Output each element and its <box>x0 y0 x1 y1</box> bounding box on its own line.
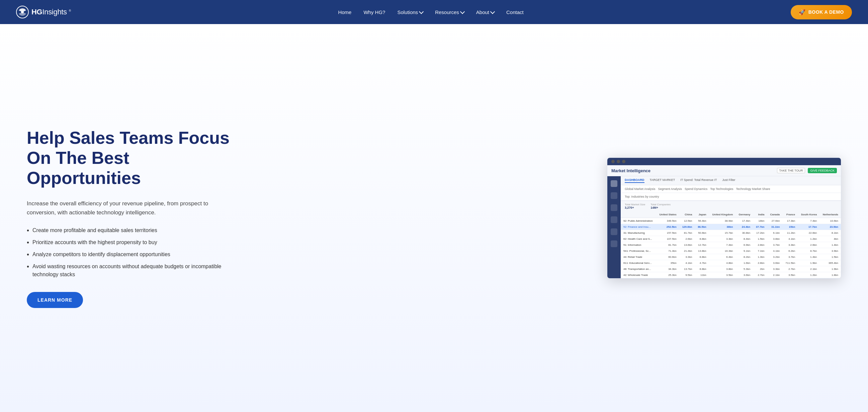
cell-value: 107.5bn <box>656 236 679 242</box>
cell-value: 17.4bn <box>736 218 753 224</box>
cell-value: 30.8bn <box>736 230 753 236</box>
cell-value: 3.6bn <box>736 272 753 278</box>
col-netherlands: Netherlands <box>819 211 841 218</box>
filter-label-5: Technology Market Share <box>736 187 770 191</box>
sidebar-item-dashboard[interactable] <box>611 180 617 187</box>
bullet-2: Prioritize accounts with the highest pro… <box>27 239 234 247</box>
sidebar-item-info[interactable] <box>611 241 617 247</box>
cell-value: 2.7bn <box>782 266 798 272</box>
market-size-value: 3,270+ <box>625 206 645 209</box>
filter-bar: Global Market Analysis Segment Analysis … <box>621 185 841 193</box>
cell-value: 10.6bn <box>819 218 841 224</box>
logo-text: HGInsights ® <box>31 8 71 17</box>
cell-value: 2.8bn <box>753 260 767 266</box>
cell-industry: 52: Finance and Insu... <box>621 224 656 230</box>
cell-value: 349.5bn <box>656 218 679 224</box>
cell-value: 11bn <box>695 272 709 278</box>
cell-value: 12.5bn <box>679 218 695 224</box>
cell-value: 2bn <box>753 266 767 272</box>
sidebar-item-search[interactable] <box>611 192 617 199</box>
table-row: 51: Information81.7bn13.6bn12.7bn7.4bn6.… <box>621 242 841 248</box>
cell-value: 3.5bn <box>709 272 736 278</box>
cell-value: 2.1bn <box>767 272 782 278</box>
book-demo-button[interactable]: 🚀 BOOK A DEMO <box>791 5 852 20</box>
cell-value: 38bn <box>709 224 736 230</box>
cell-industry: 42: Wholesale Trade <box>621 272 656 278</box>
total-market-size: Total Market Size 3,270+ <box>625 203 645 209</box>
cell-value: 8.8bn <box>695 266 709 272</box>
cell-industry: 44: Retail Trade <box>621 254 656 260</box>
window-titlebar <box>607 158 841 165</box>
hero-content: Help Sales Teams Focus On The Best Oppor… <box>27 128 234 308</box>
cell-value: 8.7bn <box>798 248 819 254</box>
cell-value: 27.6bn <box>767 218 782 224</box>
cell-value: 3.6bn <box>767 260 782 266</box>
cell-value: 24.4bn <box>736 224 753 230</box>
nav-about[interactable]: About <box>476 9 494 15</box>
cell-value: 21.4bn <box>679 248 695 254</box>
cell-value: 3.9bn <box>819 248 841 254</box>
dashboard-action-buttons: TAKE THE TOUR GIVE FEEDBACK <box>777 168 837 173</box>
nav-resources[interactable]: Resources <box>435 9 464 15</box>
dashboard-header: Market Intelligence TAKE THE TOUR GIVE F… <box>607 165 841 176</box>
cell-industry: 62: Health Care and S... <box>621 236 656 242</box>
cell-value: 13.6bn <box>679 242 695 248</box>
table-row: 92: Public Administration349.5bn12.5bn56… <box>621 218 841 224</box>
bullet-3: Analyze competitors to identify displace… <box>27 251 234 258</box>
nav-solutions[interactable]: Solutions <box>397 9 423 15</box>
cell-value: 13.7bn <box>679 266 695 272</box>
table-row: 48: Transportation an...34.3bn13.7bn8.8b… <box>621 266 841 272</box>
nav-contact[interactable]: Contact <box>506 9 524 15</box>
companies-value: 14M+ <box>651 206 671 209</box>
nav-home[interactable]: Home <box>338 9 351 15</box>
cell-value: 1.2bn <box>798 236 819 242</box>
cell-value: 4.1bn <box>679 260 695 266</box>
subnav-it-spend[interactable]: IT Spend: Total Revenue IT <box>680 178 717 183</box>
cell-value: 31.1bn <box>767 224 782 230</box>
cell-value: 3.3bn <box>679 254 695 260</box>
give-feedback-button[interactable]: GIVE FEEDBACK <box>808 168 837 173</box>
cell-value: 4.8bn <box>709 260 736 266</box>
subnav-filter[interactable]: Just Filter <box>722 178 735 183</box>
solutions-chevron-icon <box>419 9 424 14</box>
learn-more-button[interactable]: LEARN MORE <box>27 292 83 308</box>
cell-value: 1.5bn <box>819 254 841 260</box>
cell-value: 1.9bn <box>819 266 841 272</box>
cell-value: 2.1bn <box>798 266 819 272</box>
cell-value: 4.7bn <box>695 260 709 266</box>
sidebar-item-table[interactable] <box>611 216 617 223</box>
cell-value: 15.7bn <box>709 230 736 236</box>
cell-value: 50.6bn <box>695 230 709 236</box>
cell-value: 711.5bn <box>782 260 798 266</box>
cell-value: 86.5bn <box>695 224 709 230</box>
explore-stats-bar: Total Market Size 3,270+ Total Companies… <box>621 201 841 211</box>
cell-value: 6.4bn <box>709 254 736 260</box>
sidebar-item-chart[interactable] <box>611 204 617 211</box>
total-companies: Total Companies 14M+ <box>651 203 671 209</box>
cell-value: 1.4bn <box>819 242 841 248</box>
logo-link[interactable]: HGInsights ® <box>16 6 71 19</box>
cell-value: 2.6bn <box>798 242 819 248</box>
hero-description: Increase the overall efficiency of your … <box>27 199 234 217</box>
top-filter-bar: Top: Industries by country <box>621 193 841 201</box>
cell-value: 4.1bn <box>767 248 782 254</box>
cell-value: 4.1bn <box>782 236 798 242</box>
cell-value: 5.3bn <box>736 266 753 272</box>
filter-country-label: Top: Industries by country <box>625 195 659 198</box>
cell-value: 34.3bn <box>656 266 679 272</box>
cell-value: 2.8bn <box>753 242 767 248</box>
companies-label: Total Companies <box>651 203 671 206</box>
cell-value: 38.9bn <box>709 218 736 224</box>
cell-value: 6.1bn <box>767 230 782 236</box>
resources-chevron-icon <box>460 9 465 14</box>
cell-value: 15bn <box>782 224 798 230</box>
take-tour-button[interactable]: TAKE THE TOUR <box>777 168 805 173</box>
navbar: HGInsights ® Home Why HG? Solutions Reso… <box>0 0 868 24</box>
subnav-target-market[interactable]: TARGET MARKET <box>650 178 675 183</box>
col-india: India <box>753 211 767 218</box>
nav-why-hg[interactable]: Why HG? <box>363 9 385 15</box>
cell-value: 16.3bn <box>709 248 736 254</box>
subnav-dashboard[interactable]: DASHBOARD <box>625 178 645 183</box>
cell-value: 3.7bn <box>767 242 782 248</box>
sidebar-item-settings[interactable] <box>611 228 617 235</box>
